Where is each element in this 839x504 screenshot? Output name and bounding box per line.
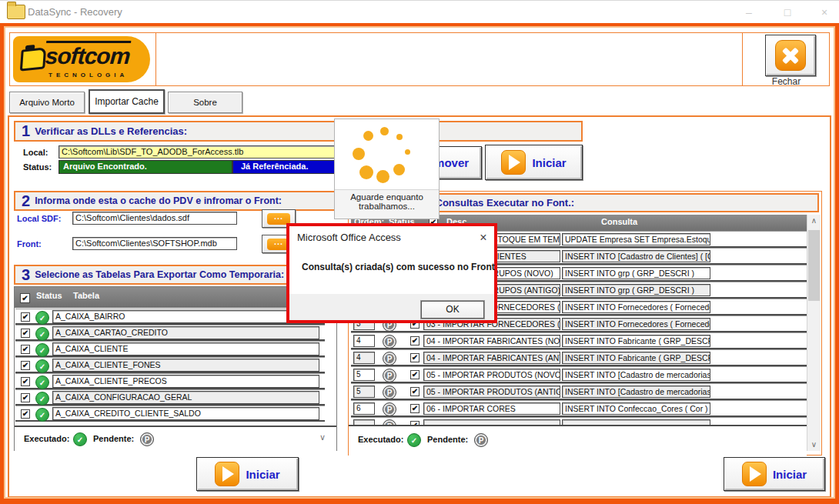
tabela-name-field[interactable]: A_CAIXA_BAIRRO <box>52 310 319 323</box>
maximize-button[interactable]: □ <box>776 4 799 21</box>
desc-field[interactable]: 05 - IMPORTAR PRODUTOS (NOVO) <box>423 369 560 381</box>
consulta-field[interactable]: INSERT INTO Confeccao_Cores ( Cor ) <box>562 402 710 415</box>
desc-field[interactable] <box>423 419 560 425</box>
consulta-field[interactable]: INSERT INTO [Cadastro de Clientes] ( [Có… <box>562 250 710 262</box>
dialog-ok-button[interactable]: OK <box>421 301 484 319</box>
play-icon <box>742 462 767 486</box>
scrollbar-thumb[interactable] <box>808 230 820 301</box>
scroll-down-icon[interactable]: ∨ <box>319 432 326 442</box>
section1-number: 1 <box>22 122 30 140</box>
row-checkbox[interactable] <box>21 393 30 402</box>
desc-field[interactable]: 04 - IMPORTAR FABRICANTES (ANTIGO) <box>423 352 560 364</box>
minimize-button[interactable]: – <box>737 4 760 21</box>
desc-field[interactable]: 05 - IMPORTAR PRODUTOS (ANTIGO) <box>423 386 560 398</box>
section2-number: 2 <box>22 192 30 210</box>
window-title: DataSync - Recovery <box>28 6 122 18</box>
spinner-dot <box>393 164 405 175</box>
tabela-name-field[interactable]: A_CAIXA_CREDITO_CLIENTE_SALDO <box>52 407 319 420</box>
consulta-field[interactable]: INSERT INTO grp ( GRP_DESCRI ) <box>562 284 710 296</box>
tabela-name-field[interactable]: A_CAIXA_CLIENTE_FONES <box>52 359 319 372</box>
status-label: Status: <box>23 162 52 172</box>
ordem-field[interactable] <box>353 419 375 425</box>
row-checkbox[interactable] <box>21 377 30 386</box>
row-checkbox[interactable] <box>21 409 30 419</box>
consulta-row: 5 P 05 - IMPORTAR PRODUTOS (NOVO) INSERT… <box>351 366 807 383</box>
desc-field[interactable]: 06 - IMPORTAR CORES <box>423 402 560 415</box>
executado-icon: ✓ <box>35 311 49 325</box>
tabela-name-field[interactable]: A_CAIXA_CONFIGURACAO_GERAL <box>52 391 319 404</box>
pendente-icon: P <box>383 419 396 425</box>
consultas-scrollbar[interactable]: ∧ ∨ <box>807 215 821 451</box>
section1-header: 1 Verificar as DLLs e Referencias: <box>14 121 583 142</box>
col-tabela: Tabela <box>73 291 99 300</box>
front-field[interactable]: C:\Softcom\Clientes\SOFTSHOP.mdb <box>72 237 237 250</box>
close-button[interactable]: × <box>813 4 836 21</box>
tab-sobre[interactable]: Sobre <box>168 92 242 113</box>
scroll-down-icon[interactable]: ∨ <box>807 439 821 451</box>
loading-panel: Aguarde enquanto trabalhamos... <box>334 118 440 219</box>
fechar-label: Fechar <box>743 76 830 87</box>
consulta-row: 6 P 06 - IMPORTAR CORES INSERT INTO Conf… <box>351 400 807 417</box>
row-checkbox[interactable] <box>410 404 420 413</box>
iniciar-left-button[interactable]: Iniciar <box>196 457 299 491</box>
fechar-button[interactable] <box>765 35 816 76</box>
ordem-field[interactable]: 4 <box>353 352 375 364</box>
scroll-up-icon[interactable]: ∧ <box>807 215 821 227</box>
table-row: ✓ A_CAIXA_CONFIGURACAO_GERAL <box>15 389 325 406</box>
ordem-field[interactable]: 4 <box>353 335 375 347</box>
ordem-field[interactable]: 5 <box>353 386 375 398</box>
row-checkbox[interactable] <box>21 345 30 354</box>
consulta-field[interactable]: UPDATE Empresa SET Empresa.Estoque_Co <box>562 233 710 245</box>
dialog-title: Microsoft Office Access <box>297 232 401 243</box>
logo-folder-icon <box>20 47 46 71</box>
row-checkbox[interactable] <box>410 336 420 345</box>
select-all-checkbox[interactable] <box>20 293 30 303</box>
executado-icon: ✓ <box>35 327 49 341</box>
spinner-dot <box>363 131 373 141</box>
dialog-close-icon[interactable]: × <box>474 229 493 246</box>
pendente-icon: P <box>383 352 396 365</box>
row-checkbox[interactable] <box>21 312 30 322</box>
consulta-field[interactable]: INSERT INTO Fabricante ( GRP_DESCRI ) <box>562 352 710 364</box>
access-dialog: Microsoft Office Access × Consulta(s) cr… <box>286 223 497 323</box>
ordem-field[interactable]: 5 <box>353 369 375 381</box>
play-icon <box>501 150 526 175</box>
ordem-field[interactable]: 6 <box>353 402 375 415</box>
table-row: ✓ A_CAIXA_BAIRRO <box>15 309 325 325</box>
front-label: Front: <box>17 239 42 249</box>
consulta-field[interactable]: INSERT INTO [Cadastro de mercadorias] ( … <box>562 369 710 381</box>
dialog-message: Consulta(s) criada(s) com sucesso no Fro… <box>302 262 495 272</box>
row-checkbox[interactable] <box>410 370 420 379</box>
executado-icon: ✓ <box>35 392 49 406</box>
executado-icon: ✓ <box>35 359 49 373</box>
tables-rows: ✓ A_CAIXA_BAIRRO ✓ A_CAIXA_CARTAO_CREDIT… <box>15 309 325 426</box>
iniciar-top-button[interactable]: Iniciar <box>485 145 583 180</box>
desc-field[interactable]: 04 - IMPORTAR FABRICANTES (NOVO) <box>423 335 560 347</box>
col-status: Status <box>36 291 62 300</box>
tabela-name-field[interactable]: A_CAIXA_CLIENTE_PRECOS <box>52 375 319 388</box>
consulta-field[interactable]: INSERT INTO Fornecedores ( Fornecedor ) <box>562 318 710 330</box>
tables-legend: Executado: ✓ Pendente: P ∨ <box>15 426 336 452</box>
tabela-name-field[interactable]: A_CAIXA_CARTAO_CREDITO <box>52 326 319 339</box>
consulta-field[interactable]: INSERT INTO Fornecedores ( Fornecedor ) <box>562 301 710 313</box>
row-checkbox[interactable] <box>410 353 420 362</box>
consulta-field[interactable] <box>562 419 710 425</box>
section2-title: Informa onde esta o cache do PDV e infro… <box>35 195 282 206</box>
close-x-icon <box>775 40 806 71</box>
pendente-icon: P <box>383 335 396 349</box>
consulta-field[interactable]: INSERT INTO Fabricante ( GRP_DESCRI ) <box>562 335 710 347</box>
status-file-badge: Arquivo Encontrado. <box>58 160 232 174</box>
header-spacer-panel <box>155 32 743 86</box>
row-checkbox[interactable] <box>21 361 30 370</box>
row-checkbox[interactable] <box>21 329 30 338</box>
section3-number: 3 <box>22 266 30 284</box>
consulta-field[interactable]: INSERT INTO grp ( GRP_DESCRI ) <box>562 267 710 279</box>
tabela-name-field[interactable]: A_CAIXA_CLIENTE <box>52 342 319 355</box>
table-row: ✓ A_CAIXA_CLIENTE_FONES <box>15 357 325 373</box>
local-sdf-field[interactable]: C:\Softcom\Clientes\dados.sdf <box>72 212 237 225</box>
tab-importar-cache[interactable]: Importar Cache <box>89 89 165 114</box>
iniciar-right-button[interactable]: Iniciar <box>724 457 825 491</box>
consulta-field[interactable]: INSERT INTO [Cadastro de mercadorias] ( … <box>562 386 710 398</box>
row-checkbox[interactable] <box>410 387 420 396</box>
tab-arquivo-morto[interactable]: Arquivo Morto <box>9 92 85 113</box>
